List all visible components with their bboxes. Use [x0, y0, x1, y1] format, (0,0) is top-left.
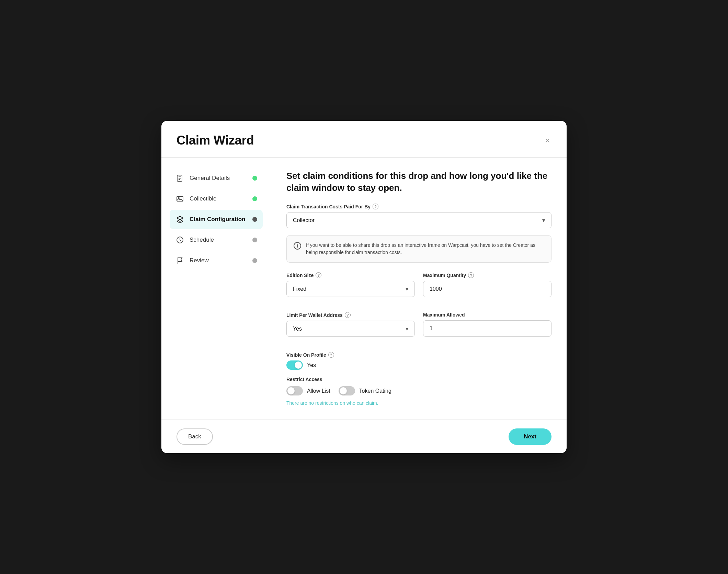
- info-box: i If you want to be able to share this d…: [286, 235, 551, 263]
- edition-quantity-row: Edition Size ? Fixed Open Edition ▼ Maxi…: [286, 272, 551, 304]
- sidebar-label-collectible: Collectible: [190, 195, 248, 202]
- edition-size-select[interactable]: Fixed Open Edition: [286, 281, 415, 297]
- maximum-quantity-input[interactable]: [423, 281, 551, 297]
- modal-title: Claim Wizard: [177, 133, 254, 148]
- limit-per-wallet-group: Limit Per Wallet Address ? Yes No ▼: [286, 312, 415, 344]
- sidebar: General Details Collectible: [161, 158, 271, 420]
- edition-size-label: Edition Size ?: [286, 272, 415, 278]
- claim-wizard-modal: Claim Wizard × General Details: [161, 121, 567, 453]
- clock-icon: [175, 235, 185, 245]
- no-restrictions-text: There are no restrictions on who can cla…: [286, 400, 551, 406]
- limit-wallet-row: Limit Per Wallet Address ? Yes No ▼ Maxi…: [286, 312, 551, 344]
- visible-on-profile-section: Visible On Profile ? Yes: [286, 352, 551, 370]
- modal-body: General Details Collectible: [161, 158, 567, 420]
- sidebar-item-general-details[interactable]: General Details: [170, 169, 263, 188]
- visible-on-profile-help-icon[interactable]: ?: [328, 352, 334, 358]
- document-icon: [175, 173, 185, 183]
- limit-per-wallet-help-icon[interactable]: ?: [345, 312, 351, 318]
- sidebar-label-general-details: General Details: [190, 175, 248, 182]
- visible-on-profile-toggle-row: Yes: [286, 360, 551, 370]
- visible-toggle-thumb: [295, 361, 302, 369]
- visible-on-profile-label: Visible On Profile ?: [286, 352, 551, 358]
- claim-transaction-help-icon[interactable]: ?: [373, 204, 378, 209]
- claim-transaction-select-wrapper: Collector Creator ▼: [286, 212, 551, 228]
- limit-per-wallet-select[interactable]: Yes No: [286, 321, 415, 337]
- token-gating-toggle-track: [339, 386, 355, 395]
- sidebar-dot-general-details: [252, 176, 257, 181]
- maximum-allowed-input[interactable]: [423, 320, 551, 337]
- token-gating-label: Token Gating: [359, 388, 391, 394]
- restrict-access-label: Restrict Access: [286, 377, 551, 382]
- sidebar-dot-review: [252, 258, 257, 263]
- claim-transaction-select[interactable]: Collector Creator: [286, 212, 551, 228]
- sidebar-item-schedule[interactable]: Schedule: [170, 230, 263, 250]
- allow-list-label: Allow List: [307, 388, 330, 394]
- maximum-quantity-help-icon[interactable]: ?: [468, 272, 474, 278]
- allow-list-toggle-thumb: [287, 387, 295, 394]
- sidebar-item-claim-configuration[interactable]: Claim Configuration: [170, 210, 263, 229]
- image-icon: [175, 194, 185, 204]
- section-title: Set claim conditions for this drop and h…: [286, 170, 551, 194]
- maximum-quantity-label: Maximum Quantity ?: [423, 272, 551, 278]
- info-icon: i: [294, 242, 301, 250]
- modal-footer: Back Next: [161, 420, 567, 453]
- restrict-access-section: Restrict Access Allow List: [286, 377, 551, 406]
- next-button[interactable]: Next: [509, 428, 551, 445]
- restrict-access-toggles: Allow List Token Gating: [286, 386, 551, 397]
- token-gating-toggle[interactable]: [339, 386, 355, 395]
- sidebar-item-collectible[interactable]: Collectible: [170, 189, 263, 208]
- edition-size-select-wrapper: Fixed Open Edition ▼: [286, 281, 415, 297]
- main-content: Set claim conditions for this drop and h…: [271, 158, 567, 420]
- claim-transaction-label: Claim Transaction Costs Paid For By ?: [286, 204, 551, 209]
- sidebar-item-review[interactable]: Review: [170, 251, 263, 270]
- flag-icon: [175, 256, 185, 265]
- visible-toggle-track: [286, 360, 303, 370]
- sidebar-label-claim-configuration: Claim Configuration: [190, 216, 248, 223]
- maximum-quantity-group: Maximum Quantity ?: [423, 272, 551, 304]
- token-gating-toggle-thumb: [340, 387, 347, 394]
- modal-header: Claim Wizard ×: [161, 121, 567, 157]
- visible-on-profile-toggle[interactable]: [286, 360, 303, 370]
- svg-marker-6: [177, 216, 183, 220]
- token-gating-toggle-row: Token Gating: [339, 386, 391, 395]
- edition-size-help-icon[interactable]: ?: [316, 272, 321, 278]
- back-button[interactable]: Back: [177, 428, 213, 445]
- maximum-allowed-group: Maximum Allowed: [423, 312, 551, 344]
- maximum-allowed-label: Maximum Allowed: [423, 312, 551, 318]
- allow-list-toggle-row: Allow List: [286, 386, 330, 395]
- svg-point-5: [178, 197, 179, 198]
- layers-icon: [175, 215, 185, 224]
- sidebar-dot-claim-configuration: [252, 217, 257, 222]
- sidebar-dot-schedule: [252, 238, 257, 242]
- sidebar-label-schedule: Schedule: [190, 237, 248, 243]
- sidebar-label-review: Review: [190, 257, 248, 264]
- edition-size-group: Edition Size ? Fixed Open Edition ▼: [286, 272, 415, 304]
- limit-per-wallet-label: Limit Per Wallet Address ?: [286, 312, 415, 318]
- visible-on-profile-value: Yes: [307, 362, 316, 368]
- close-button[interactable]: ×: [544, 135, 551, 146]
- info-text: If you want to be able to share this dro…: [306, 242, 544, 256]
- allow-list-toggle[interactable]: [286, 386, 303, 395]
- sidebar-dot-collectible: [252, 196, 257, 201]
- limit-per-wallet-select-wrapper: Yes No ▼: [286, 321, 415, 337]
- allow-list-toggle-track: [286, 386, 303, 395]
